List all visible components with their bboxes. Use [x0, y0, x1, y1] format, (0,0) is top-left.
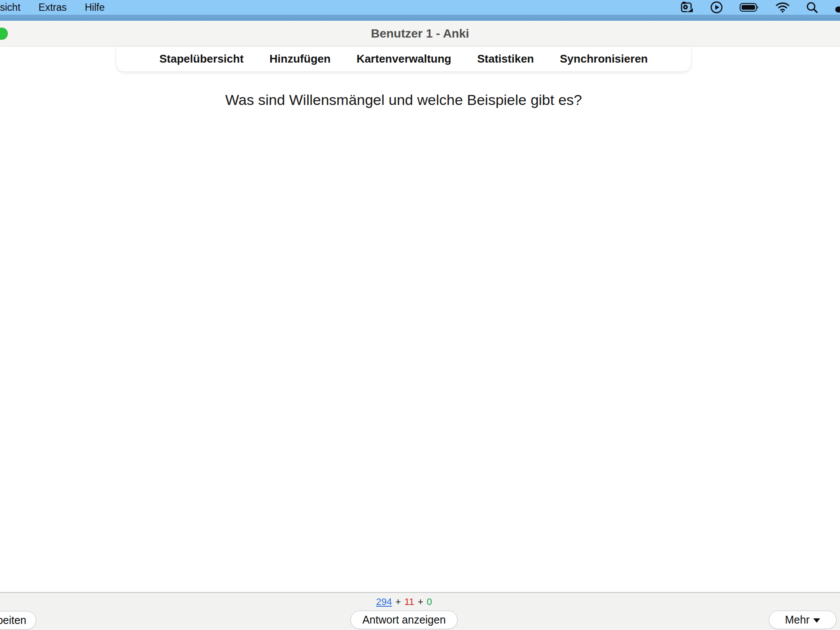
due-counts: 294+11+0: [0, 596, 808, 608]
toolbar-decks-button[interactable]: Stapelübersicht: [159, 52, 243, 66]
learning-count: 11: [404, 596, 414, 607]
window-title: Benutzer 1 - Anki: [0, 21, 840, 47]
chevron-down-icon: [813, 618, 820, 623]
menu-item-ansicht[interactable]: sicht: [0, 0, 20, 15]
menubar-status-icons: [681, 0, 840, 15]
screen: sicht Extras Hilfe: [0, 0, 840, 630]
user-switch-icon[interactable]: [834, 1, 840, 14]
plus-separator: +: [395, 596, 401, 607]
menu-item-extras[interactable]: Extras: [38, 0, 66, 15]
wifi-icon[interactable]: [776, 2, 789, 13]
more-button-label: Mehr: [785, 614, 810, 626]
menubar-menus: sicht Extras Hilfe: [0, 0, 105, 15]
toolbar-stats-button[interactable]: Statistiken: [477, 52, 534, 66]
screen-capture-icon[interactable]: [681, 1, 694, 13]
desktop-background-strip: [0, 15, 840, 21]
main-area: Stapelübersicht Hinzufügen Kartenverwalt…: [0, 47, 840, 592]
more-button[interactable]: Mehr: [769, 611, 837, 629]
battery-icon[interactable]: [739, 2, 759, 13]
menu-item-hilfe[interactable]: Hilfe: [85, 0, 104, 15]
plus-separator: +: [418, 596, 423, 607]
edit-button[interactable]: beiten: [0, 611, 36, 630]
search-icon[interactable]: [806, 1, 818, 13]
main-toolbar: Stapelübersicht Hinzufügen Kartenverwalt…: [117, 47, 691, 71]
window-titlebar: Benutzer 1 - Anki: [0, 21, 840, 47]
new-count-link[interactable]: 294: [376, 596, 392, 607]
bottom-bar: 294+11+0 beiten Antwort anzeigen Mehr: [0, 592, 840, 630]
card-question-text: Was sind Willensmängel und welche Beispi…: [0, 92, 807, 108]
review-count: 0: [427, 596, 432, 607]
toolbar-browse-button[interactable]: Kartenverwaltung: [357, 52, 452, 66]
show-answer-button[interactable]: Antwort anzeigen: [351, 611, 458, 629]
toolbar-sync-button[interactable]: Synchronisieren: [560, 52, 648, 66]
play-circle-icon[interactable]: [710, 1, 723, 14]
macos-menubar: sicht Extras Hilfe: [0, 0, 840, 15]
toolbar-add-button[interactable]: Hinzufügen: [269, 52, 331, 66]
